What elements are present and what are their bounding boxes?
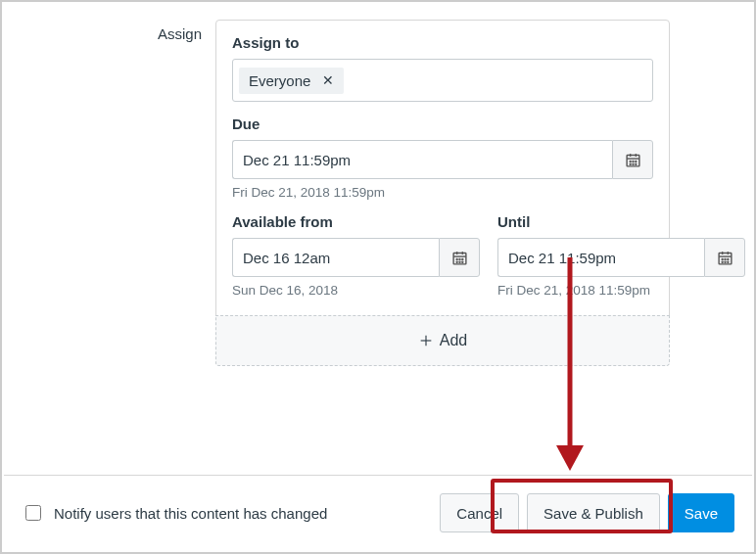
svg-point-25 xyxy=(725,258,726,259)
svg-point-8 xyxy=(633,163,634,164)
svg-point-17 xyxy=(456,261,457,262)
due-group: Due xyxy=(232,115,653,200)
assign-to-label: Assign to xyxy=(232,34,653,51)
svg-point-16 xyxy=(461,258,462,259)
notify-users-checkbox[interactable] xyxy=(25,505,41,521)
due-calendar-button[interactable] xyxy=(612,140,653,179)
notify-users-label: Notify users that this content has chang… xyxy=(54,505,327,522)
svg-point-19 xyxy=(461,261,462,262)
save-and-publish-button[interactable]: Save & Publish xyxy=(527,493,660,532)
svg-point-15 xyxy=(459,258,460,259)
assign-to-token-label: Everyone xyxy=(249,72,310,89)
availability-group: Available from xyxy=(232,213,653,298)
until-input-wrapper xyxy=(497,238,745,277)
remove-token-icon[interactable]: ✕ xyxy=(320,73,336,87)
svg-point-29 xyxy=(727,261,728,262)
svg-point-14 xyxy=(456,258,457,259)
cancel-button[interactable]: Cancel xyxy=(440,493,519,532)
due-label: Due xyxy=(232,115,653,132)
add-assignment-override-button[interactable]: Add xyxy=(215,315,670,366)
svg-point-6 xyxy=(635,161,636,162)
svg-point-27 xyxy=(722,261,723,262)
until-input[interactable] xyxy=(497,238,704,277)
until-calendar-button[interactable] xyxy=(704,238,745,277)
calendar-icon xyxy=(451,250,468,266)
svg-point-26 xyxy=(727,258,728,259)
until-col: Until xyxy=(497,213,745,298)
available-from-helper: Sun Dec 16, 2018 xyxy=(232,283,480,298)
footer-actions: Cancel Save & Publish Save xyxy=(440,493,734,532)
available-from-input-wrapper xyxy=(232,238,480,277)
add-label: Add xyxy=(440,332,467,349)
available-from-calendar-button[interactable] xyxy=(439,238,480,277)
calendar-icon xyxy=(625,152,641,168)
available-from-label: Available from xyxy=(232,213,480,230)
due-input-wrapper xyxy=(232,140,653,179)
svg-point-24 xyxy=(722,258,723,259)
svg-point-7 xyxy=(630,163,631,164)
assign-to-input[interactable]: Everyone ✕ xyxy=(232,59,653,102)
calendar-icon xyxy=(717,250,733,266)
assign-to-token: Everyone ✕ xyxy=(239,68,344,94)
save-button[interactable]: Save xyxy=(668,493,734,532)
plus-icon xyxy=(418,333,434,348)
available-from-input[interactable] xyxy=(232,238,439,277)
due-helper: Fri Dec 21, 2018 11:59pm xyxy=(232,185,653,200)
svg-point-5 xyxy=(633,161,634,162)
assign-row: Assign Assign to Everyone ✕ Due xyxy=(2,20,754,366)
assignment-settings-panel: Assign Assign to Everyone ✕ Due xyxy=(0,0,756,554)
svg-point-9 xyxy=(635,163,636,164)
due-input[interactable] xyxy=(232,140,612,179)
svg-marker-33 xyxy=(556,445,584,471)
svg-point-4 xyxy=(630,161,631,162)
assign-row-label: Assign xyxy=(2,20,215,42)
until-helper: Fri Dec 21, 2018 11:59pm xyxy=(497,283,745,298)
footer-bar: Notify users that this content has chang… xyxy=(4,475,752,550)
until-label: Until xyxy=(497,213,745,230)
notify-users-checkbox-wrapper[interactable]: Notify users that this content has chang… xyxy=(22,502,327,524)
assign-card: Assign to Everyone ✕ Due xyxy=(215,20,670,366)
svg-point-18 xyxy=(459,261,460,262)
svg-point-28 xyxy=(725,261,726,262)
available-from-col: Available from xyxy=(232,213,480,298)
